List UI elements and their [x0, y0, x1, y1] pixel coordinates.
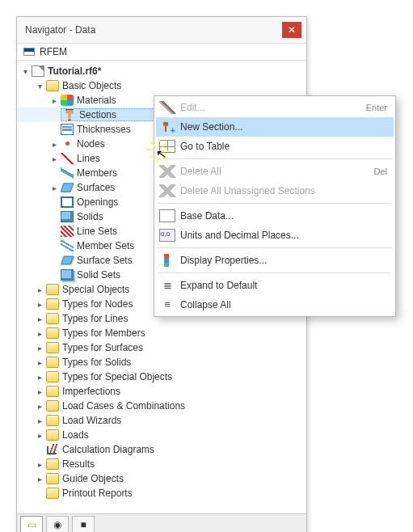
nodes-icon: [61, 138, 74, 150]
materials-label: Materials: [77, 95, 116, 106]
navigator-icon: ▭: [27, 519, 36, 530]
menu-base-data[interactable]: Base Data...: [156, 206, 394, 226]
loads-node[interactable]: Loads: [17, 428, 306, 442]
folder-icon: [46, 386, 59, 397]
load-cases-node[interactable]: Load Cases & Combinations: [17, 399, 306, 413]
folder-icon: [46, 458, 59, 470]
sections-icon: [63, 109, 76, 120]
folder-icon: [46, 342, 59, 353]
load-wizards-node[interactable]: Load Wizards: [17, 413, 306, 428]
units-icon: [159, 229, 175, 242]
menu-delete-all[interactable]: Delete All Del: [156, 162, 394, 181]
menu-collapse[interactable]: Collapse All: [156, 295, 394, 315]
calculation-diagrams-icon: [46, 444, 59, 455]
app-label: RFEM: [40, 46, 67, 57]
menu-go-to-table[interactable]: Go to Table: [156, 137, 394, 156]
close-button[interactable]: ✕: [282, 22, 301, 38]
folder-icon: [46, 284, 59, 295]
menu-edit[interactable]: Edit... Enter: [156, 98, 394, 117]
chevron-down-icon[interactable]: [35, 81, 44, 91]
edit-icon: [159, 101, 175, 114]
eye-icon: ◉: [53, 519, 61, 530]
types-for-members-node[interactable]: Types for Members: [17, 326, 306, 340]
base-data-icon: [159, 209, 175, 222]
folder-icon: [46, 488, 59, 499]
folder-icon: [46, 298, 59, 310]
properties-icon: [164, 254, 169, 267]
types-for-surfaces-node[interactable]: Types for Surfaces: [17, 340, 306, 355]
delete-icon: [159, 165, 175, 178]
expand-icon: [159, 279, 175, 292]
app-icon: [23, 48, 35, 56]
printout-reports-node[interactable]: Printout Reports: [17, 486, 306, 500]
toolbar-views-button[interactable]: ◉: [46, 516, 69, 532]
menu-separator: [158, 158, 392, 159]
chevron-right-icon[interactable]: [49, 154, 59, 163]
window-title: Navigator - Data: [25, 24, 95, 36]
guide-objects-node[interactable]: Guide Objects: [17, 471, 306, 486]
menu-new-section[interactable]: New Section...: [156, 117, 394, 137]
basic-objects-node[interactable]: Basic Objects: [17, 78, 306, 93]
members-icon: [61, 167, 74, 179]
toolbar-video-button[interactable]: ■: [72, 516, 95, 532]
titlebar: Navigator - Data ✕: [17, 17, 306, 44]
openings-icon: [61, 196, 74, 208]
folder-icon: [46, 313, 59, 324]
folder-icon: [46, 327, 59, 339]
lines-icon: [61, 153, 74, 164]
collapse-icon: [159, 298, 175, 311]
folder-icon: [46, 357, 59, 368]
materials-icon: [61, 95, 74, 106]
results-node[interactable]: Results: [17, 457, 306, 471]
surface-sets-icon: [61, 256, 74, 265]
sections-label: Sections: [79, 109, 116, 120]
new-section-icon: [159, 120, 175, 133]
menu-delete-unassigned[interactable]: Delete All Unassigned Sections: [156, 181, 394, 201]
folder-icon: [46, 473, 59, 484]
folder-icon: [46, 429, 59, 441]
basic-objects-label: Basic Objects: [62, 80, 121, 91]
thicknesses-icon: [61, 124, 74, 135]
menu-separator: [158, 247, 392, 248]
solid-sets-icon: [61, 269, 74, 281]
context-menu: Edit... Enter New Section... Go to Table…: [154, 95, 396, 317]
toolbar-data-button[interactable]: ▭: [20, 516, 43, 532]
chevron-right-icon[interactable]: [49, 95, 59, 105]
document-icon: [32, 65, 44, 77]
solids-icon: [61, 211, 74, 222]
menu-expand[interactable]: Expand to Default: [156, 276, 394, 295]
folder-icon: [46, 415, 59, 426]
folder-icon: [46, 400, 59, 412]
imperfections-node[interactable]: Imperfections: [17, 384, 306, 399]
table-icon: [159, 140, 175, 153]
chevron-right-icon[interactable]: [49, 183, 59, 192]
menu-display-properties[interactable]: Display Properties...: [156, 251, 394, 270]
types-for-special-objects-node[interactable]: Types for Special Objects: [17, 369, 306, 384]
delete-icon: [159, 184, 175, 197]
types-for-solids-node[interactable]: Types for Solids: [17, 355, 306, 369]
camera-icon: ■: [80, 519, 86, 530]
tree-spacer: [49, 110, 59, 120]
file-label: Tutorial.rf6*: [48, 65, 101, 77]
folder-icon: [46, 371, 59, 382]
surfaces-icon: [61, 183, 74, 192]
member-sets-icon: [61, 240, 74, 251]
menu-separator: [158, 272, 392, 273]
calculation-diagrams-node[interactable]: Calculation Diagrams: [17, 442, 306, 457]
menu-separator: [158, 203, 392, 204]
line-sets-icon: [61, 226, 74, 237]
chevron-down-icon[interactable]: [20, 66, 30, 76]
close-icon: ✕: [288, 25, 296, 35]
bottom-toolbar: ▭ ◉ ■: [17, 513, 306, 532]
app-header: RFEM: [17, 44, 306, 61]
chevron-right-icon[interactable]: [49, 139, 59, 149]
folder-icon: [46, 80, 59, 91]
menu-units[interactable]: Units and Decimal Places...: [156, 226, 394, 245]
file-node[interactable]: Tutorial.rf6*: [17, 64, 306, 78]
